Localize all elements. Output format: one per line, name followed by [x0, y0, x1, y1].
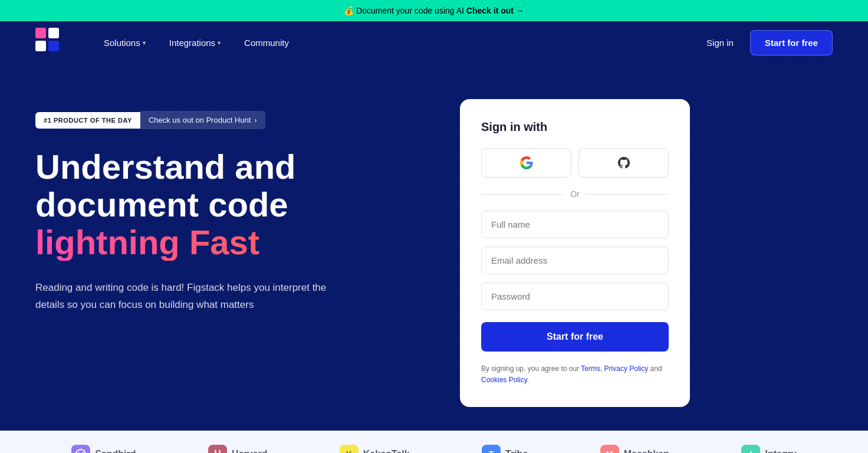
svg-rect-2 — [35, 41, 46, 51]
cookies-policy-link[interactable]: Cookies Policy — [481, 376, 527, 384]
signin-card: Sign in with Or — [460, 99, 690, 407]
nav-item-solutions[interactable]: Solutions ▾ — [94, 33, 155, 52]
badge-row: #1 PRODUCT OF THE DAY Check us out on Pr… — [35, 111, 436, 129]
hero-section: #1 PRODUCT OF THE DAY Check us out on Pr… — [35, 99, 436, 314]
start-free-card-button[interactable]: Start for free — [481, 322, 669, 352]
svg-point-4 — [76, 449, 86, 453]
sendbird-label: Sendbird — [95, 449, 136, 453]
meeshkan-icon: M — [600, 445, 619, 453]
google-signin-button[interactable] — [481, 148, 571, 178]
product-hunt-link[interactable]: Check us out on Product Hunt › — [140, 111, 265, 129]
integry-icon: I — [741, 445, 760, 453]
hero-description: Reading and writing code is hard! Figsta… — [35, 280, 354, 314]
email-group — [481, 247, 669, 274]
svg-rect-0 — [35, 28, 46, 38]
nav-links: Solutions ▾ Integrations ▾ Community — [94, 33, 699, 52]
or-divider: Or — [481, 189, 669, 199]
password-input[interactable] — [481, 283, 669, 310]
svg-rect-3 — [48, 41, 59, 51]
kakao-icon: K — [340, 445, 359, 453]
svg-rect-1 — [48, 28, 59, 38]
full-name-input[interactable] — [481, 211, 669, 238]
announcement-emoji: 💰 — [344, 6, 354, 15]
logo-sendbird: Sendbird — [71, 445, 136, 453]
logo-kakao: K KakaoTalk — [340, 445, 410, 453]
logos-strip: Sendbird H Harvard K KakaoTalk T Tribe M… — [0, 431, 868, 453]
announcement-text-main: Document your code using AI — [356, 6, 464, 15]
full-name-group — [481, 211, 669, 238]
harvard-label: Harvard — [232, 449, 267, 453]
tribe-icon: T — [482, 445, 501, 453]
main-content: #1 PRODUCT OF THE DAY Check us out on Pr… — [0, 64, 868, 431]
sendbird-icon — [71, 445, 90, 453]
arrow-right-icon: › — [254, 116, 257, 124]
github-icon — [617, 156, 631, 170]
harvard-icon: H — [208, 445, 227, 453]
hero-headline-gradient: lightning Fast — [35, 224, 436, 261]
password-group — [481, 283, 669, 310]
announcement-bar: 💰 Document your code using AI Check it o… — [0, 0, 868, 21]
logo[interactable] — [35, 28, 59, 57]
privacy-policy-link[interactable]: Privacy Policy — [604, 365, 649, 373]
tribe-label: Tribe — [505, 449, 528, 453]
figstack-logo-icon — [35, 28, 59, 57]
logo-tribe: T Tribe — [482, 445, 528, 453]
signin-title: Sign in with — [481, 120, 669, 134]
sign-in-link[interactable]: Sign in — [699, 33, 741, 52]
logo-integry: I Integry — [741, 445, 796, 453]
hero-headline: Understand and document code — [35, 148, 436, 224]
product-badge: #1 PRODUCT OF THE DAY — [35, 112, 140, 129]
terms-link[interactable]: Terms — [581, 365, 600, 373]
navbar: Solutions ▾ Integrations ▾ Community Sig… — [0, 21, 868, 64]
logo-meeshkan: M Meeshkan — [600, 445, 669, 453]
nav-actions: Sign in Start for free — [699, 30, 833, 55]
email-input[interactable] — [481, 247, 669, 274]
logo-harvard: H Harvard — [208, 445, 267, 453]
github-signin-button[interactable] — [578, 148, 669, 178]
meeshkan-label: Meeshkan — [624, 449, 669, 453]
start-free-button[interactable]: Start for free — [750, 30, 833, 55]
oauth-buttons — [481, 148, 669, 178]
kakao-label: KakaoTalk — [363, 449, 410, 453]
integry-label: Integry — [765, 449, 796, 453]
nav-item-integrations[interactable]: Integrations ▾ — [160, 33, 230, 52]
chevron-down-icon: ▾ — [218, 40, 221, 46]
chevron-down-icon: ▾ — [143, 40, 146, 46]
nav-item-community[interactable]: Community — [235, 33, 298, 52]
announcement-cta[interactable]: Check it out → — [466, 6, 524, 15]
terms-text: By signing up, you agree to our Terms, P… — [481, 363, 669, 386]
google-icon — [520, 156, 534, 170]
